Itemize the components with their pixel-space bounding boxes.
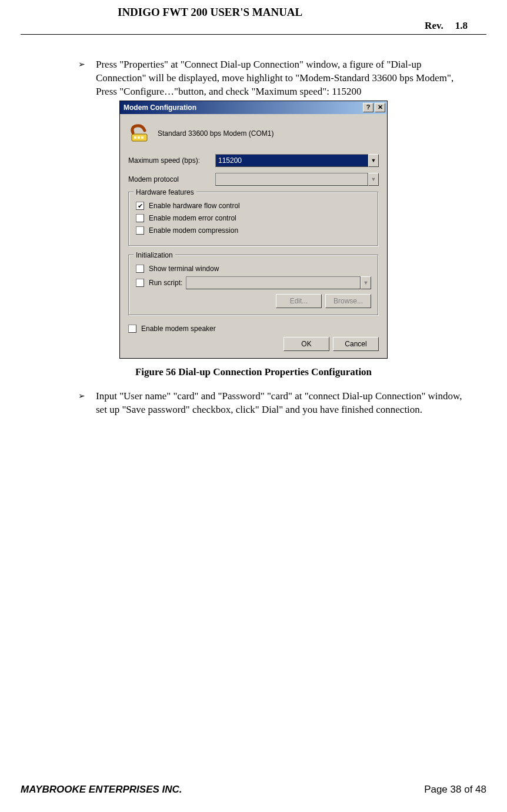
label-terminal: Show terminal window (149, 264, 219, 273)
label-run-script: Run script: (149, 278, 182, 288)
label-compression: Enable modem compression (149, 226, 238, 235)
chevron-down-icon[interactable]: ▼ (368, 154, 379, 167)
page-header: INDIGO FWT 200 USER'S MANUAL Rev. 1.8 (0, 0, 507, 35)
max-speed-combo[interactable]: 115200 ▼ (215, 154, 379, 167)
cancel-button[interactable]: Cancel (333, 337, 379, 351)
group-title-hw: Hardware features (134, 188, 196, 197)
bullet-item-2: ➢ Input "User name" "card" and "Password… (78, 390, 467, 417)
modem-name-label: Standard 33600 bps Modem (COM1) (158, 129, 273, 138)
hardware-features-group: Hardware features ✔ Enable hardware flow… (128, 192, 379, 246)
modem-identity-row: Standard 33600 bps Modem (COM1) (128, 122, 379, 145)
help-button[interactable]: ? (363, 103, 373, 112)
checkbox-hw-flow[interactable]: ✔ (136, 202, 144, 210)
dialog-title: Modem Configuration (124, 103, 362, 112)
script-combo: ▼ (186, 276, 371, 289)
label-hw-flow: Enable hardware flow control (149, 201, 240, 210)
svg-rect-1 (134, 136, 136, 139)
close-button[interactable]: ✕ (375, 103, 385, 112)
svg-rect-3 (141, 136, 144, 139)
bullet-text-2: Input "User name" "card" and "Password" … (96, 390, 467, 417)
checkbox-run-script[interactable] (136, 279, 144, 287)
checkbox-terminal[interactable] (136, 265, 144, 273)
group-title-init: Initialization (134, 250, 175, 260)
footer-company: MAYBROOKE ENTERPRISES INC. (21, 784, 182, 796)
rev-label: Rev. (425, 20, 443, 32)
checkbox-speaker[interactable] (128, 325, 136, 333)
phone-modem-icon (128, 122, 151, 145)
chevron-down-icon: ▼ (368, 173, 379, 186)
label-speaker: Enable modem speaker (141, 324, 216, 333)
chevron-down-icon: ▼ (361, 276, 371, 289)
edit-button: Edit... (276, 294, 322, 308)
revision-line: Rev. 1.8 (21, 20, 486, 32)
modem-config-dialog: Modem Configuration ? ✕ Stan (119, 101, 388, 359)
modem-protocol-value (215, 173, 368, 186)
footer-page: Page 38 of 48 (424, 784, 486, 796)
max-speed-label: Maximum speed (bps): (128, 156, 215, 165)
browse-button: Browse... (325, 294, 371, 308)
script-value (186, 276, 361, 289)
document-title: INDIGO FWT 200 USER'S MANUAL (118, 6, 302, 19)
rev-value: 1.8 (455, 20, 468, 32)
modem-protocol-combo: ▼ (215, 173, 379, 186)
checkbox-err-control[interactable] (136, 214, 144, 222)
bullet-arrow-icon: ➢ (78, 390, 85, 417)
svg-rect-2 (138, 136, 140, 139)
page-content: ➢ Press "Properties" at "Connect Dial-up… (0, 35, 507, 417)
checkbox-compression[interactable] (136, 226, 144, 235)
initialization-group: Initialization Show terminal window Run … (128, 255, 379, 316)
bullet-text-1: Press "Properties" at "Connect Dial-up C… (96, 58, 467, 99)
figure-caption: Figure 56 Dial-up Connection Properties … (40, 366, 467, 379)
bullet-arrow-icon: ➢ (78, 58, 85, 99)
label-err-control: Enable modem error control (149, 213, 236, 223)
page-footer: MAYBROOKE ENTERPRISES INC. Page 38 of 48 (21, 784, 486, 796)
bullet-item-1: ➢ Press "Properties" at "Connect Dial-up… (78, 58, 467, 99)
max-speed-value[interactable]: 115200 (215, 154, 368, 167)
ok-button[interactable]: OK (283, 337, 329, 351)
dialog-titlebar: Modem Configuration ? ✕ (120, 101, 387, 114)
modem-protocol-label: Modem protocol (128, 175, 215, 184)
